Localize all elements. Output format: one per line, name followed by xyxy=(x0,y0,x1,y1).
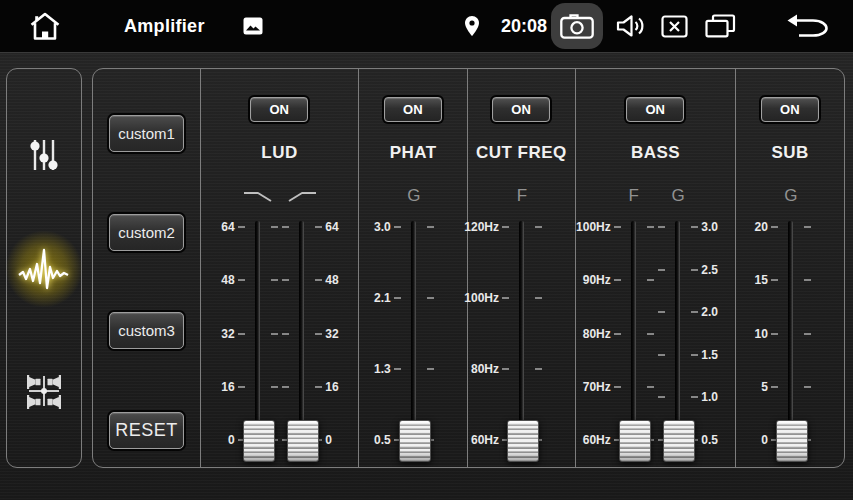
tick-label: 80Hz xyxy=(471,362,499,376)
speaker-balance-icon xyxy=(24,371,64,411)
slider-knob[interactable] xyxy=(663,420,695,462)
tick-mark xyxy=(658,226,665,228)
curve-down-icon xyxy=(233,185,283,207)
tick-label: 70Hz xyxy=(583,380,611,394)
tick-label: 32 xyxy=(325,327,338,341)
tick-mark xyxy=(804,279,811,281)
slider-knob[interactable] xyxy=(507,420,539,462)
tick-mark xyxy=(691,396,698,398)
tick-mark xyxy=(691,269,698,271)
tick-label: 20 xyxy=(754,220,767,234)
nav-sidebar xyxy=(6,68,82,468)
tick-mark xyxy=(691,354,698,356)
slider-knob[interactable] xyxy=(776,420,808,462)
on-button-lud[interactable]: ON xyxy=(250,97,308,122)
sidebar-item-sound-effects[interactable] xyxy=(7,241,81,297)
channel-title: PHAT xyxy=(359,143,467,163)
tick-label: 1.0 xyxy=(701,390,718,404)
tick-mark xyxy=(614,333,621,335)
tick-label: 1.5 xyxy=(701,348,718,362)
tick-mark xyxy=(658,354,665,356)
band-letter: F xyxy=(497,185,547,207)
volume-button[interactable] xyxy=(615,13,645,39)
location-icon xyxy=(464,15,480,37)
tick-mark xyxy=(658,311,665,313)
home-icon xyxy=(28,11,62,41)
tick-mark xyxy=(691,226,698,228)
home-button[interactable] xyxy=(28,11,62,41)
back-icon xyxy=(786,13,830,39)
sidebar-item-balance-fader[interactable] xyxy=(7,363,81,419)
tick-label: 15 xyxy=(754,273,767,287)
channel-column-phat: ONPHATG3.02.11.30.5 xyxy=(358,69,467,467)
channel-column-sub: ONSUBG20151050 xyxy=(735,69,844,467)
preset-button-custom3[interactable]: custom3 xyxy=(109,312,184,349)
tick-mark xyxy=(315,386,322,388)
tick-label: 1.3 xyxy=(374,362,391,376)
tick-label: 3.0 xyxy=(374,220,391,234)
fader-lud-1: 644832160 xyxy=(257,219,347,467)
sidebar-item-equalizer[interactable] xyxy=(7,127,81,183)
tick-mark xyxy=(535,297,542,299)
tick-mark xyxy=(804,386,811,388)
close-app-button[interactable] xyxy=(661,15,688,38)
camera-button[interactable] xyxy=(560,13,594,39)
channel-column-cut-freq: ONCUT FREQF120Hz100Hz80Hz60Hz xyxy=(467,69,575,467)
tick-mark xyxy=(535,368,542,370)
back-button[interactable] xyxy=(786,13,830,39)
tick-mark xyxy=(502,226,509,228)
tick-label: 48 xyxy=(221,273,234,287)
amplifier-panel: custom1custom2custom3RESET ONLUD64483216… xyxy=(92,68,845,468)
tick-mark xyxy=(691,311,698,313)
wallpaper-button[interactable] xyxy=(243,17,263,35)
waveform-icon xyxy=(17,245,71,293)
tick-mark xyxy=(771,226,778,228)
tick-mark xyxy=(282,333,289,335)
volume-icon xyxy=(615,13,645,39)
band-letter: F xyxy=(609,185,659,207)
on-button-cut-freq[interactable]: ON xyxy=(492,97,550,122)
tick-mark xyxy=(394,297,401,299)
on-button-phat[interactable]: ON xyxy=(384,97,442,122)
tick-label: 0 xyxy=(325,433,332,447)
tick-label: 0.5 xyxy=(374,433,391,447)
clock: 20:08 xyxy=(501,0,547,52)
tick-mark xyxy=(614,279,621,281)
reset-button[interactable]: RESET xyxy=(109,412,184,449)
tick-mark xyxy=(427,297,434,299)
tick-label: 90Hz xyxy=(583,273,611,287)
tick-label: 0 xyxy=(761,433,768,447)
tick-label: 48 xyxy=(325,273,338,287)
on-button-bass[interactable]: ON xyxy=(626,97,684,122)
tick-label: 80Hz xyxy=(583,327,611,341)
tick-mark xyxy=(502,368,509,370)
tick-mark xyxy=(771,333,778,335)
curve-up-icon xyxy=(277,185,327,207)
tick-label: 120Hz xyxy=(464,220,499,234)
recent-apps-button[interactable] xyxy=(705,14,736,38)
tick-mark xyxy=(427,226,434,228)
tick-mark xyxy=(394,368,401,370)
channel-title: CUT FREQ xyxy=(468,143,575,163)
tick-label: 0.5 xyxy=(701,433,718,447)
slider-knob[interactable] xyxy=(399,420,431,462)
tick-label: 60Hz xyxy=(583,433,611,447)
slider-knob[interactable] xyxy=(287,420,319,462)
amplifier-screen: Amplifier 20:08 xyxy=(0,0,853,500)
tick-mark xyxy=(315,226,322,228)
channel-title: SUB xyxy=(736,143,844,163)
tick-label: 3.0 xyxy=(701,220,718,234)
on-button-sub[interactable]: ON xyxy=(761,97,819,122)
band-letter: G xyxy=(766,185,816,207)
tick-label: 100Hz xyxy=(576,220,611,234)
tick-mark xyxy=(502,297,509,299)
tick-label: 100Hz xyxy=(464,291,499,305)
channel-title: BASS xyxy=(576,143,736,163)
tick-mark xyxy=(282,386,289,388)
presets-column: custom1custom2custom3RESET xyxy=(93,69,200,467)
preset-button-custom2[interactable]: custom2 xyxy=(109,214,184,251)
tick-label: 2.0 xyxy=(701,305,718,319)
channel-column-bass: ONBASSFG100Hz90Hz80Hz70Hz60Hz3.02.52.01.… xyxy=(575,69,736,467)
preset-button-custom1[interactable]: custom1 xyxy=(109,115,184,152)
tick-mark xyxy=(315,279,322,281)
